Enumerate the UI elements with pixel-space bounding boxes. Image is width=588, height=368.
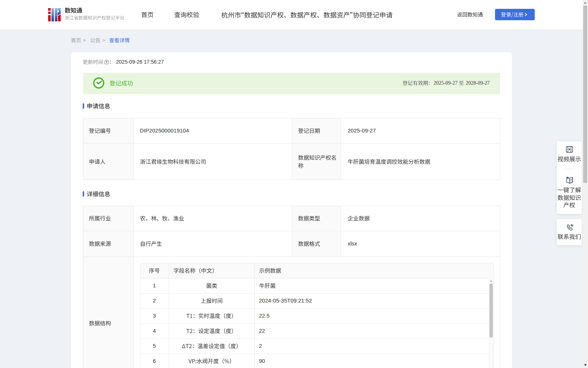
svg-text:?: ?: [105, 60, 108, 64]
